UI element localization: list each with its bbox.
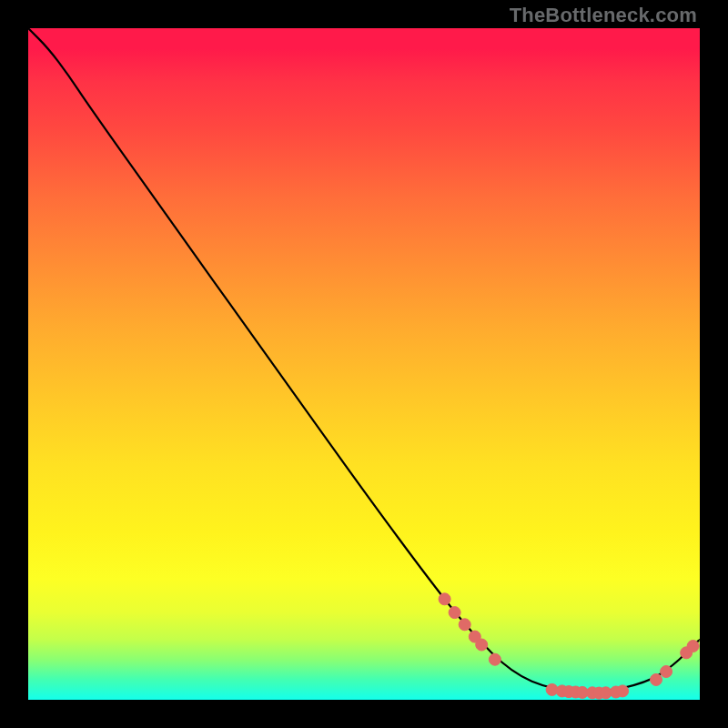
chart-stage: TheBottleneck.com [0, 0, 728, 728]
marker-dot [449, 607, 460, 619]
marker-dot [617, 685, 629, 697]
marker-dot [687, 641, 699, 652]
marker-dot [476, 639, 488, 651]
curve-layer [28, 28, 700, 700]
watermark-label: TheBottleneck.com [510, 4, 697, 27]
plot-area [28, 28, 700, 700]
bottleneck-curve [28, 28, 700, 692]
marker-dots-group [439, 593, 699, 699]
marker-dot [459, 619, 470, 631]
marker-dot [661, 666, 672, 678]
marker-dot [439, 593, 450, 605]
marker-dot [651, 673, 662, 685]
marker-dot [489, 653, 500, 665]
